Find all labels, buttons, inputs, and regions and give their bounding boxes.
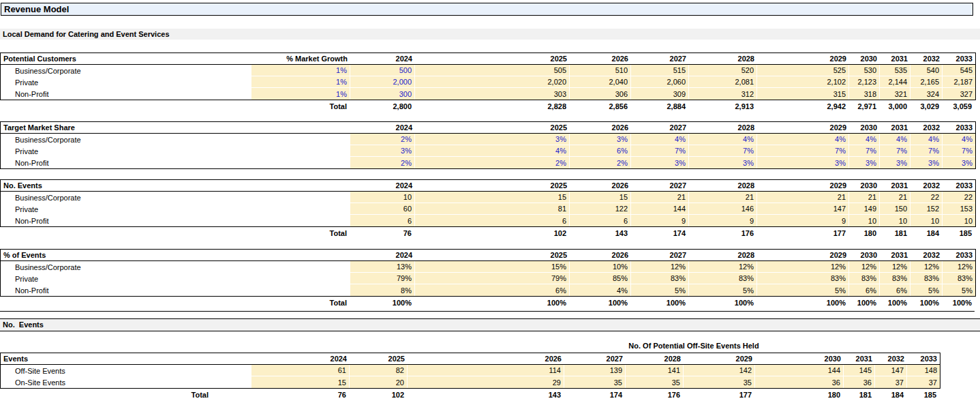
input-cell[interactable]: 300: [350, 88, 415, 100]
input-cell[interactable]: 2%: [570, 157, 631, 168]
input-cell[interactable]: 7%: [910, 145, 943, 157]
input-cell[interactable]: 3%: [849, 157, 880, 168]
value-cell[interactable]: 2,144: [880, 76, 910, 88]
value-cell[interactable]: 144: [631, 203, 689, 215]
value-cell[interactable]: 36: [755, 376, 844, 388]
value-cell[interactable]: 139: [564, 365, 626, 376]
value-cell[interactable]: 525: [757, 65, 849, 76]
value-cell[interactable]: 4%: [570, 284, 631, 296]
input-cell[interactable]: 1%: [251, 88, 350, 100]
value-cell[interactable]: 36: [844, 376, 875, 388]
value-cell[interactable]: 515: [631, 65, 689, 76]
input-cell[interactable]: 1%: [251, 65, 350, 76]
value-cell[interactable]: 324: [910, 88, 943, 100]
input-cell[interactable]: 7%: [943, 145, 975, 157]
input-cell[interactable]: 3%: [757, 157, 849, 168]
value-cell[interactable]: 2,123: [849, 76, 880, 88]
value-cell[interactable]: 21: [631, 192, 689, 203]
value-cell[interactable]: 81: [415, 203, 570, 215]
value-cell[interactable]: 147: [875, 365, 907, 376]
input-cell[interactable]: 7%: [631, 145, 689, 157]
value-cell[interactable]: 141: [626, 365, 684, 376]
value-cell[interactable]: 5%: [943, 284, 975, 296]
value-cell[interactable]: 82: [350, 365, 408, 376]
value-cell[interactable]: 83%: [757, 273, 849, 284]
input-cell[interactable]: 7%: [880, 145, 910, 157]
value-cell[interactable]: 144: [755, 365, 844, 376]
value-cell[interactable]: 35: [626, 376, 684, 388]
value-cell[interactable]: 145: [844, 365, 875, 376]
value-cell[interactable]: 5%: [910, 284, 943, 296]
value-cell[interactable]: 510: [570, 65, 631, 76]
value-cell[interactable]: 12%: [943, 261, 975, 273]
value-cell[interactable]: 13%: [350, 261, 415, 273]
value-cell[interactable]: 114: [408, 365, 564, 376]
value-cell[interactable]: 2,060: [631, 76, 689, 88]
value-cell[interactable]: 12%: [689, 261, 757, 273]
value-cell[interactable]: 6%: [415, 284, 570, 296]
input-cell[interactable]: 3%: [570, 134, 631, 145]
value-cell[interactable]: 15: [570, 192, 631, 203]
value-cell[interactable]: 9: [631, 215, 689, 226]
input-cell[interactable]: 3%: [880, 157, 910, 168]
value-cell[interactable]: 147: [757, 203, 849, 215]
value-cell[interactable]: 83%: [631, 273, 689, 284]
input-cell[interactable]: 4%: [415, 145, 570, 157]
input-cell[interactable]: 4%: [631, 134, 689, 145]
value-cell[interactable]: 12%: [757, 261, 849, 273]
input-cell[interactable]: 3%: [350, 145, 415, 157]
value-cell[interactable]: 2,081: [689, 76, 757, 88]
value-cell[interactable]: 12%: [631, 261, 689, 273]
value-cell[interactable]: 309: [631, 88, 689, 100]
value-cell[interactable]: 9: [757, 215, 849, 226]
value-cell[interactable]: 37: [875, 376, 907, 388]
value-cell[interactable]: 10: [350, 192, 415, 203]
value-cell[interactable]: 10%: [570, 261, 631, 273]
value-cell[interactable]: 29: [408, 376, 564, 388]
value-cell[interactable]: 22: [910, 192, 943, 203]
value-cell[interactable]: 83%: [880, 273, 910, 284]
value-cell[interactable]: 15%: [415, 261, 570, 273]
input-cell[interactable]: 3%: [943, 157, 975, 168]
input-cell[interactable]: 7%: [689, 145, 757, 157]
input-cell[interactable]: 4%: [689, 134, 757, 145]
value-cell[interactable]: 35: [684, 376, 755, 388]
value-cell[interactable]: 83%: [943, 273, 975, 284]
input-cell[interactable]: 2,000: [350, 76, 415, 88]
input-cell[interactable]: 3%: [415, 134, 570, 145]
value-cell[interactable]: 535: [880, 65, 910, 76]
input-cell[interactable]: 1%: [251, 76, 350, 88]
value-cell[interactable]: 2,020: [415, 76, 570, 88]
input-cell[interactable]: 2%: [415, 157, 570, 168]
input-cell[interactable]: 7%: [849, 145, 880, 157]
value-cell[interactable]: 545: [943, 65, 975, 76]
value-cell[interactable]: 35: [564, 376, 626, 388]
value-cell[interactable]: 5%: [631, 284, 689, 296]
value-cell[interactable]: 540: [910, 65, 943, 76]
input-cell[interactable]: 3%: [631, 157, 689, 168]
value-cell[interactable]: 83%: [910, 273, 943, 284]
value-cell[interactable]: 9: [689, 215, 757, 226]
value-cell[interactable]: 2,187: [943, 76, 975, 88]
value-cell[interactable]: 148: [907, 365, 940, 376]
value-cell[interactable]: 150: [880, 203, 910, 215]
value-cell[interactable]: 21: [757, 192, 849, 203]
value-cell[interactable]: 327: [943, 88, 975, 100]
value-cell[interactable]: 21: [689, 192, 757, 203]
value-cell[interactable]: 15: [251, 376, 350, 388]
value-cell[interactable]: 505: [415, 65, 570, 76]
value-cell[interactable]: 20: [350, 376, 408, 388]
input-cell[interactable]: 2%: [350, 134, 415, 145]
value-cell[interactable]: 318: [849, 88, 880, 100]
input-cell[interactable]: 3%: [689, 157, 757, 168]
input-cell[interactable]: 7%: [757, 145, 849, 157]
value-cell[interactable]: 6%: [880, 284, 910, 296]
value-cell[interactable]: 8%: [350, 284, 415, 296]
value-cell[interactable]: 85%: [570, 273, 631, 284]
value-cell[interactable]: 10: [849, 215, 880, 226]
value-cell[interactable]: 530: [849, 65, 880, 76]
value-cell[interactable]: 12%: [880, 261, 910, 273]
value-cell[interactable]: 79%: [415, 273, 570, 284]
value-cell[interactable]: 5%: [689, 284, 757, 296]
input-cell[interactable]: 4%: [910, 134, 943, 145]
